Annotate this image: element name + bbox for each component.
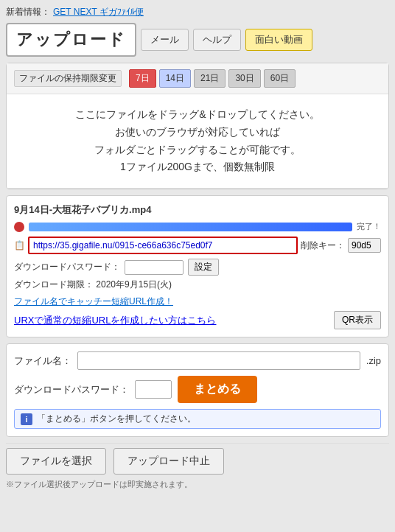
logo: アップロード — [6, 23, 136, 57]
retention-7day-button[interactable]: 7日 — [129, 69, 156, 88]
zip-filename-input[interactable] — [77, 351, 360, 370]
copy-icon[interactable]: 📋 — [14, 240, 25, 251]
catchy-url-link[interactable]: ファイル名でキャッチー短縮URL作成！ — [14, 296, 173, 307]
progress-label: 完了！ — [357, 221, 381, 232]
select-file-button[interactable]: ファイルを選択 — [6, 448, 106, 475]
retention-60day-button[interactable]: 60日 — [264, 69, 296, 88]
date-label: ダウンロード期限： — [14, 279, 94, 290]
matome-button[interactable]: まとめる — [178, 376, 257, 403]
password-row: ダウンロードパスワード： 設定 — [14, 259, 381, 276]
topbar-link[interactable]: GET NEXT ギガﾌｧｲﾙ便 — [53, 6, 144, 18]
info-box: i 「まとめる」ボタンを押してください。 — [14, 409, 381, 429]
qr-row: URXで通常の短縮URLを作成したい方はこちら QR表示 — [14, 311, 381, 329]
retention-bar: ファイルの保持期限変更 7日 14日 21日 30日 60日 — [7, 63, 388, 94]
retention-30day-button[interactable]: 30日 — [228, 69, 260, 88]
file-title: 9月14日-大垣花子バブリカ.mp4 — [14, 203, 381, 217]
help-button[interactable]: ヘルプ — [193, 29, 241, 51]
delete-key-input[interactable] — [348, 238, 381, 253]
topbar-label: 新着情報： — [6, 6, 50, 18]
date-value: 2020年9月15日(火) — [96, 279, 172, 290]
progress-bar-fill — [29, 223, 352, 231]
retention-label: ファイルの保持期限変更 — [14, 70, 122, 87]
main-upload-card: ファイルの保持期限変更 7日 14日 21日 30日 60日 ここにファイルをド… — [6, 63, 389, 189]
urx-url-link[interactable]: URXで通常の短縮URLを作成したい方はこちら — [14, 314, 216, 327]
zip-pw-row: ダウンロードパスワード： まとめる — [14, 376, 381, 403]
short-url-link-row: ファイル名でキャッチー短縮URL作成！ — [14, 295, 381, 308]
progress-circle-icon — [14, 222, 24, 232]
url-input[interactable] — [28, 237, 298, 254]
zip-pw-input[interactable] — [135, 380, 172, 399]
info-icon: i — [21, 413, 32, 425]
retention-21day-button[interactable]: 21日 — [194, 69, 226, 88]
progress-row: 完了！ — [14, 221, 381, 232]
retention-14day-button[interactable]: 14日 — [159, 69, 191, 88]
info-box-text: 「まとめる」ボタンを押してください。 — [37, 413, 196, 425]
fun-video-button[interactable]: 面白い動画 — [245, 29, 312, 51]
date-row: ダウンロード期限： 2020年9月15日(火) — [14, 279, 381, 291]
qr-button[interactable]: QR表示 — [334, 311, 381, 329]
progress-bar-wrap — [29, 223, 352, 231]
stop-upload-button[interactable]: アップロード中止 — [113, 448, 224, 475]
pw-set-button[interactable]: 設定 — [188, 259, 219, 276]
zip-ext-label: .zip — [366, 355, 381, 366]
download-pw-input[interactable] — [125, 260, 183, 275]
delete-key-label: 削除キー： — [301, 239, 345, 252]
zip-filename-row: ファイル名： .zip — [14, 351, 381, 370]
top-bar: 新着情報： GET NEXT ギガﾌｧｲﾙ便 — [6, 6, 389, 18]
separator — [6, 443, 389, 444]
zip-section: ファイル名： .zip ダウンロードパスワード： まとめる i 「まとめる」ボタ… — [6, 343, 389, 437]
header-area: アップロード メール ヘルプ 面白い動画 — [6, 23, 389, 57]
upload-note: ※ファイル選択後アップロードは即実施されます。 — [6, 479, 389, 490]
zip-pw-label: ダウンロードパスワード： — [14, 383, 129, 396]
zip-filename-label: ファイル名： — [14, 354, 71, 368]
url-row: 📋 削除キー： — [14, 237, 381, 254]
drop-area[interactable]: ここにファイルをドラッグ&ドロップしてください。お使いのブラウザが対応していれば… — [7, 94, 388, 189]
bottom-buttons: ファイルを選択 アップロード中止 — [6, 448, 389, 475]
drop-area-text: ここにファイルをドラッグ&ドロップしてください。お使いのブラウザが対応していれば… — [75, 108, 319, 172]
mail-button[interactable]: メール — [141, 29, 189, 51]
file-section: 9月14日-大垣花子バブリカ.mp4 完了！ 📋 削除キー： ダウンロードパスワ… — [6, 195, 389, 337]
download-pw-label: ダウンロードパスワード： — [14, 261, 120, 273]
